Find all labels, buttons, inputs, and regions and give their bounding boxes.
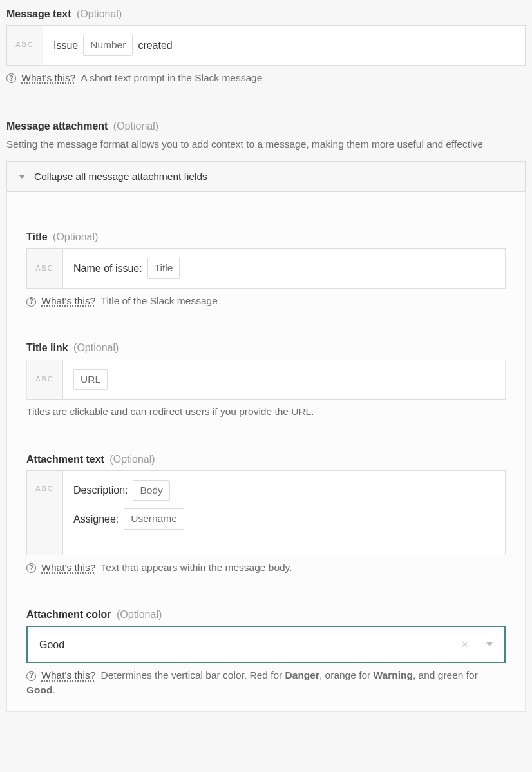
help-icon: ? [26,563,36,573]
optional-tag: (Optional) [113,121,158,131]
help-icon: ? [6,73,16,83]
abc-icon: ABC [7,26,43,64]
title-link-input[interactable]: ABC URL [26,360,506,400]
title-link-label: Title link [26,342,68,353]
attachment-color-select[interactable]: Good × [26,626,506,663]
attachment-color-value: Good [39,637,461,652]
attachment-fields-panel: Title (Optional) ABC Name of issue: Titl… [6,192,526,712]
url-token[interactable]: URL [73,369,108,390]
message-text-label: Message text [6,8,71,19]
title-link-note: Titles are clickable and can redirect us… [26,405,506,419]
optional-tag: (Optional) [117,609,162,620]
message-text-help: A short text prompt in the Slack message [81,72,263,83]
help-icon: ? [26,671,36,681]
whats-this-link[interactable]: What's this? [41,562,95,573]
message-text-input[interactable]: ABC Issue Number created [6,25,526,65]
username-token[interactable]: Username [124,508,184,529]
body-token[interactable]: Body [133,480,169,501]
chevron-down-icon [19,175,25,179]
number-token[interactable]: Number [83,35,133,55]
message-attachment-desc: Setting the message format allows you to… [6,137,526,151]
title-label: Title [26,231,48,242]
optional-tag: (Optional) [73,342,119,353]
help-icon: ? [26,297,36,307]
message-text-value-prefix: Issue [53,38,78,53]
collapse-attachment-fields-button[interactable]: Collapse all message attachment fields [6,161,526,192]
attachment-text-line2-prefix: Assignee: [73,512,119,526]
title-value-prefix: Name of issue: [73,261,142,276]
title-help: Title of the Slack message [101,295,218,306]
optional-tag: (Optional) [77,8,122,19]
abc-icon: ABC [27,360,63,399]
optional-tag: (Optional) [109,454,155,465]
title-input[interactable]: ABC Name of issue: Title [26,248,506,288]
attachment-text-line1-prefix: Description: [73,483,128,497]
message-attachment-label: Message attachment [6,121,108,131]
message-text-value-suffix: created [138,38,172,53]
optional-tag: (Optional) [53,231,98,242]
collapse-label: Collapse all message attachment fields [34,169,207,184]
attachment-color-label: Attachment color [26,609,111,620]
abc-icon: ABC [27,471,63,555]
whats-this-link[interactable]: What's this? [21,72,75,83]
whats-this-link[interactable]: What's this? [41,670,95,680]
attachment-text-input[interactable]: ABC Description: Body Assignee: Username [26,470,506,555]
abc-icon: ABC [27,249,63,287]
title-token[interactable]: Title [147,258,180,278]
chevron-down-icon [486,642,493,646]
attachment-text-help: Text that appears within the message bod… [101,562,292,573]
clear-icon[interactable]: × [461,636,468,653]
attachment-text-label: Attachment text [26,454,104,465]
whats-this-link[interactable]: What's this? [41,295,95,306]
